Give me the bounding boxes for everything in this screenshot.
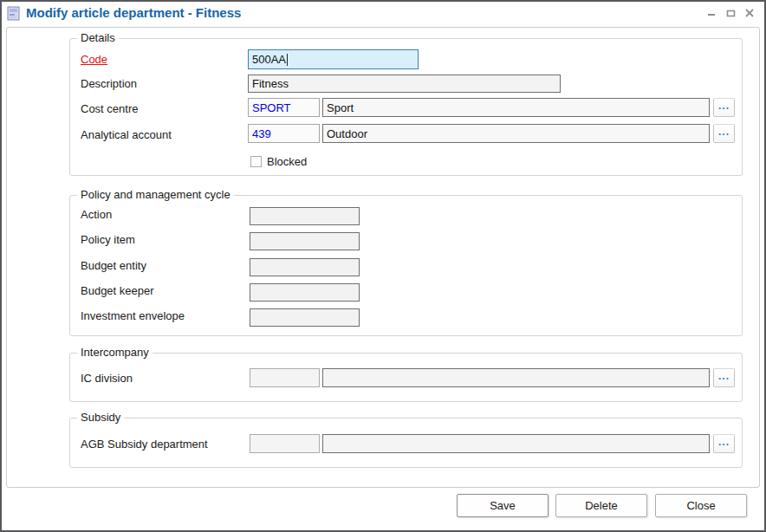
description-input[interactable]: Fitness	[248, 75, 561, 93]
save-button[interactable]: Save	[457, 494, 549, 517]
group-legend-policy: Policy and management cycle	[77, 188, 234, 201]
group-details: Details Code 500AA Description Fitness C…	[69, 38, 743, 176]
ic-division-code-field[interactable]	[250, 368, 320, 387]
agb-subsidy-name-field[interactable]	[322, 434, 710, 453]
agb-subsidy-department-label: AGB Subsidy department	[81, 437, 208, 452]
agb-subsidy-browse-button[interactable]: ...	[713, 434, 735, 453]
agb-subsidy-code-field[interactable]	[250, 434, 320, 453]
code-value: 500AA	[252, 53, 286, 66]
investment-envelope-label: Investment envelope	[81, 308, 185, 324]
budget-keeper-field[interactable]	[250, 283, 360, 302]
investment-envelope-field[interactable]	[250, 308, 360, 327]
group-intercompany: Intercompany IC division ...	[69, 353, 743, 402]
budget-keeper-label: Budget keeper	[81, 283, 154, 299]
close-button[interactable]: Close	[655, 494, 747, 517]
blocked-checkbox[interactable]	[250, 156, 262, 167]
description-label: Description	[81, 76, 137, 92]
code-label: Code	[81, 52, 107, 68]
budget-entity-field[interactable]	[250, 258, 360, 276]
ic-division-browse-button[interactable]: ...	[713, 368, 735, 387]
code-input[interactable]: 500AA	[248, 49, 419, 69]
analytical-account-browse-button[interactable]: ...	[713, 124, 735, 143]
ic-division-label: IC division	[81, 371, 133, 386]
policy-item-field[interactable]	[250, 232, 360, 250]
minimize-icon[interactable]	[704, 5, 719, 21]
maximize-icon[interactable]	[723, 5, 738, 21]
analytical-account-name-value: Outdoor	[327, 127, 367, 140]
title-bar: Modify article department - Fitness	[2, 2, 764, 26]
analytical-account-name-field[interactable]: Outdoor	[322, 124, 710, 143]
window-controls	[704, 5, 757, 21]
group-policy: Policy and management cycle Action Polic…	[69, 195, 743, 336]
modify-article-department-dialog: Modify article department - Fitness Deta…	[0, 0, 766, 532]
analytical-account-code-input[interactable]: 439	[248, 124, 320, 143]
cost-centre-code-input[interactable]: SPORT	[248, 98, 320, 117]
cost-centre-name-value: Sport	[327, 101, 354, 114]
policy-item-label: Policy item	[81, 232, 135, 248]
analytical-account-code-value: 439	[252, 127, 271, 140]
description-value: Fitness	[252, 77, 289, 90]
group-subsidy: Subsidy AGB Subsidy department ...	[69, 418, 743, 468]
analytical-account-label: Analytical account	[81, 127, 172, 143]
group-legend-intercompany: Intercompany	[77, 346, 153, 359]
cost-centre-code-value: SPORT	[252, 101, 291, 114]
text-caret	[287, 54, 288, 66]
budget-entity-label: Budget entity	[81, 258, 146, 274]
cost-centre-name-field[interactable]: Sport	[322, 98, 710, 117]
cost-centre-label: Cost centre	[81, 101, 138, 117]
close-icon[interactable]	[742, 5, 757, 21]
group-legend-details: Details	[77, 31, 119, 44]
action-field[interactable]	[250, 207, 360, 225]
document-icon	[7, 6, 22, 21]
window-title: Modify article department - Fitness	[26, 5, 241, 20]
group-legend-subsidy: Subsidy	[77, 411, 124, 424]
ic-division-name-field[interactable]	[322, 368, 710, 387]
cost-centre-browse-button[interactable]: ...	[713, 98, 735, 117]
action-label: Action	[81, 207, 112, 223]
delete-button[interactable]: Delete	[555, 494, 647, 517]
blocked-label: Blocked	[267, 154, 307, 170]
